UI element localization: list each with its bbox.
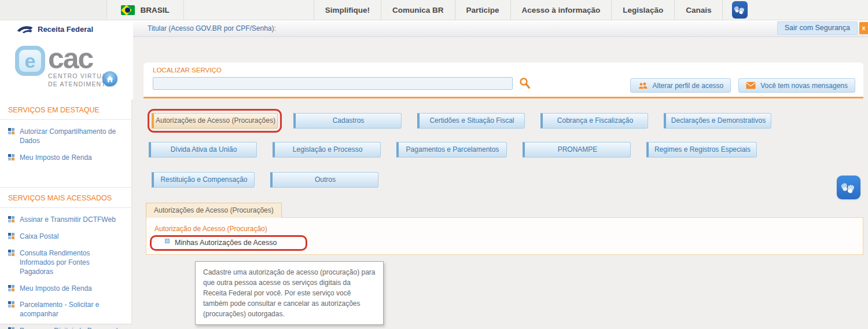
service-squares-icon	[8, 154, 14, 160]
titular-label: Titular (Acesso GOV.BR por CPF/Senha):	[148, 24, 276, 32]
gov-menu: Simplifique! Comunica BR Participe Acess…	[314, 0, 723, 20]
receita-federal-logo: Receita Federal	[16, 23, 93, 35]
category-button-outros[interactable]: Outros	[270, 172, 378, 188]
gov-menu-item-participe[interactable]: Participe	[455, 0, 510, 20]
gov-menu-item-comunica-br[interactable]: Comunica BR	[381, 0, 455, 20]
gov-bar: BRASIL Simplifique! Comunica BR Particip…	[0, 0, 868, 20]
sidebar-item-autorizar-compartilhamento[interactable]: Autorizar Compartilhamento de Dados	[8, 127, 124, 146]
category-row-3: Restituição e Compensação Outros	[152, 172, 868, 188]
sidebar-item-consulta-rendimentos[interactable]: Consulta Rendimentos Informados por Font…	[8, 249, 124, 276]
sidebar-item-dctfweb[interactable]: Assinar e Transmitir DCTFWeb	[8, 215, 124, 225]
ecac-e-glyph: e	[15, 46, 45, 76]
category-button-pagamentos[interactable]: Pagamentos e Parcelamentos	[396, 142, 507, 158]
category-button-certidoes[interactable]: Certidões e Situação Fiscal	[417, 113, 525, 129]
service-squares-icon	[8, 285, 14, 291]
main-area: SERVIÇOS EM DESTAQUE Autorizar Compartil…	[0, 100, 868, 329]
category-button-regimes[interactable]: Regimes e Registros Especiais	[646, 142, 757, 158]
receita-federal-label: Receita Federal	[38, 25, 93, 34]
ecac-subtitle-2: DE ATENDIMENTO	[48, 81, 111, 87]
category-button-cobranca[interactable]: Cobrança e Fiscalização	[540, 113, 648, 129]
sidebar-item-processos-digitais[interactable]: Processos Digitais (e-Processo)	[8, 327, 124, 329]
sidebar-item-meu-imposto[interactable]: Meu Imposto de Renda	[8, 284, 124, 294]
sidebar-item-label: Consulta Rendimentos Informados por Font…	[20, 249, 124, 276]
sidebar-section-title-destaque: SERVIÇOS EM DESTAQUE	[0, 100, 131, 120]
category-button-cadastros[interactable]: Cadastros	[293, 113, 402, 129]
hands-icon	[841, 180, 857, 196]
gov-menu-item-acesso-informacao[interactable]: Acesso à informação	[510, 0, 612, 20]
service-link-label: Minhas Autorizações de Acesso	[175, 239, 277, 247]
sidebar-item-label: Caixa Postal	[20, 232, 58, 242]
sidebar-item-label: Autorizar Compartilhamento de Dados	[20, 127, 124, 146]
magnifier-icon	[518, 76, 531, 90]
sidebar-items-destaque: Autorizar Compartilhamento de Dados Meu …	[0, 120, 131, 172]
home-button[interactable]	[102, 71, 117, 86]
ecac-logo: e cac CENTRO VIRTUAL DE ATENDIMENTO	[15, 46, 111, 87]
sidebar-items-mais-acessados: Assinar e Transmitir DCTFWeb Caixa Posta…	[0, 208, 131, 329]
sidebar-item-meu-imposto-destaque[interactable]: Meu Imposto de Renda	[8, 153, 124, 163]
logo-column: Receita Federal e cac CENTRO VIRTUAL DE …	[0, 20, 133, 100]
content-area: Autorizações de Acesso (Procurações) Cad…	[139, 100, 868, 325]
home-icon	[106, 75, 114, 83]
search-input[interactable]	[153, 77, 513, 90]
search-button[interactable]	[518, 76, 531, 90]
sidebar-item-label: Meu Imposto de Renda	[20, 284, 92, 294]
service-squares-icon	[8, 128, 14, 134]
category-button-declaracoes[interactable]: Declarações e Demonstrativos	[664, 113, 771, 129]
service-tooltip: Cadastre uma autorização de acesso (proc…	[195, 261, 384, 325]
sidebar-section-title-mais-acessados: SERVIÇOS MAIS ACESSADOS	[0, 187, 131, 208]
sidebar: SERVIÇOS EM DESTAQUE Autorizar Compartil…	[0, 100, 132, 324]
service-squares-icon	[8, 233, 14, 239]
gov-menu-item-canais[interactable]: Canais	[674, 0, 723, 20]
logout-button[interactable]: Sair com Segurança	[777, 21, 858, 35]
ecac-cac-glyph: cac	[48, 46, 111, 71]
sidebar-item-parcelamento[interactable]: Parcelamento - Solicitar e acompanhar	[8, 301, 124, 319]
gov-brasil-link[interactable]: BRASIL	[107, 0, 184, 20]
gov-menu-item-simplifique[interactable]: Simplifique!	[314, 0, 381, 20]
service-squares-icon	[8, 216, 14, 222]
sidebar-item-label: Assinar e Transmitir DCTFWeb	[20, 215, 116, 225]
gov-bar-right-spacer	[748, 0, 868, 20]
service-link-minhas-autorizacoes[interactable]: Minhas Autorizações de Acesso	[160, 236, 284, 249]
subheader: LOCALIZAR SERVIÇO Alterar perfil de aces…	[133, 37, 868, 100]
service-squares-icon	[8, 250, 14, 256]
receita-federal-emblem-icon	[16, 23, 34, 35]
category-button-divida-ativa[interactable]: Dívida Ativa da União	[149, 142, 257, 158]
vlibras-accessibility-icon[interactable]	[732, 1, 748, 19]
new-messages-label: Você tem novas mensagens	[760, 82, 848, 90]
search-label: LOCALIZAR SERVIÇO	[153, 67, 222, 74]
gov-brand-label: BRASIL	[141, 6, 170, 14]
service-bullet-icon	[165, 239, 170, 243]
ecac-subtitle-1: CENTRO VIRTUAL	[48, 72, 111, 79]
gov-bar-gap	[184, 0, 314, 20]
category-button-pronampe[interactable]: PRONAMPE	[523, 142, 631, 158]
panel-section-title: Autorização de Acesso (Procuração)	[146, 218, 863, 233]
category-button-autorizacoes-acesso[interactable]: Autorizações de Acesso (Procurações)	[152, 113, 278, 129]
category-row-1: Autorizações de Acesso (Procurações) Cad…	[152, 113, 868, 129]
gov-menu-item-legislacao[interactable]: Legislação	[611, 0, 674, 20]
change-profile-label: Alterar perfil de acesso	[653, 82, 724, 90]
new-messages-button[interactable]: Você tem novas mensagens	[738, 78, 855, 93]
header-buttons: Alterar perfil de acesso Você tem novas …	[630, 78, 856, 93]
envelope-icon	[746, 82, 756, 89]
sidebar-item-label: Processos Digitais (e-Processo)	[20, 327, 119, 329]
category-row-2: Dívida Ativa da União Legislação e Proce…	[149, 142, 868, 158]
gov-bar-spacer	[0, 0, 107, 20]
category-button-restituicao[interactable]: Restituição e Compensação	[152, 172, 255, 188]
sidebar-item-label: Parcelamento - Solicitar e acompanhar	[20, 301, 124, 319]
vlibras-floating-button[interactable]	[837, 176, 860, 199]
sidebar-item-label: Meu Imposto de Renda	[20, 153, 92, 163]
tab-autorizacoes-acesso[interactable]: Autorizações de Acesso (Procurações)	[146, 203, 282, 218]
change-profile-button[interactable]: Alterar perfil de acesso	[630, 78, 731, 93]
hands-icon	[734, 3, 746, 16]
people-icon	[638, 81, 648, 90]
search-panel: LOCALIZAR SERVIÇO Alterar perfil de aces…	[144, 63, 863, 98]
close-icon[interactable]: x	[859, 22, 868, 34]
brazil-flag-icon	[121, 5, 135, 15]
category-button-legislacao-processo[interactable]: Legislação e Processo	[273, 142, 381, 158]
service-squares-icon	[8, 301, 14, 308]
services-panel: Autorização de Acesso (Procuração) Minha…	[146, 217, 863, 255]
sidebar-item-caixa-postal[interactable]: Caixa Postal	[8, 232, 124, 242]
